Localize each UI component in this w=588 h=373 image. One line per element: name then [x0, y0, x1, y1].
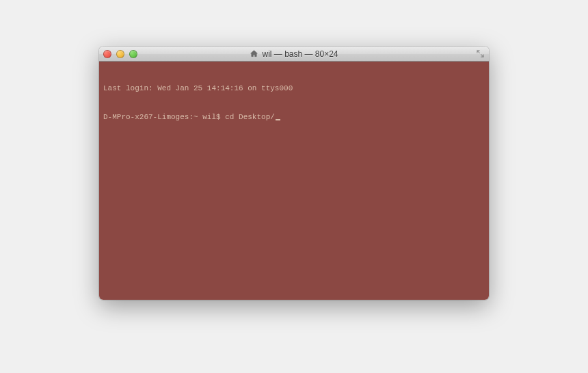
fullscreen-button[interactable] — [475, 49, 485, 59]
close-button[interactable] — [103, 50, 111, 58]
traffic-lights — [103, 50, 137, 58]
prompt-line: D-MPro-x267-Limoges:~ wil$ cd Desktop/ — [103, 112, 485, 122]
last-login-line: Last login: Wed Jan 25 14:14:16 on ttys0… — [103, 83, 485, 93]
titlebar[interactable]: wil — bash — 80×24 — [99, 47, 489, 62]
home-icon — [250, 49, 258, 58]
window-title-group: wil — bash — 80×24 — [99, 49, 489, 59]
prompt-text: D-MPro-x267-Limoges:~ wil$ — [103, 112, 225, 122]
terminal-content[interactable]: Last login: Wed Jan 25 14:14:16 on ttys0… — [99, 62, 489, 300]
terminal-window: wil — bash — 80×24 Last login: Wed Jan 2… — [99, 47, 489, 300]
cursor — [276, 119, 280, 120]
window-title: wil — bash — 80×24 — [262, 49, 338, 59]
zoom-button[interactable] — [129, 50, 137, 58]
minimize-button[interactable] — [116, 50, 124, 58]
expand-icon — [477, 50, 484, 57]
command-text: cd Desktop/ — [225, 112, 275, 122]
